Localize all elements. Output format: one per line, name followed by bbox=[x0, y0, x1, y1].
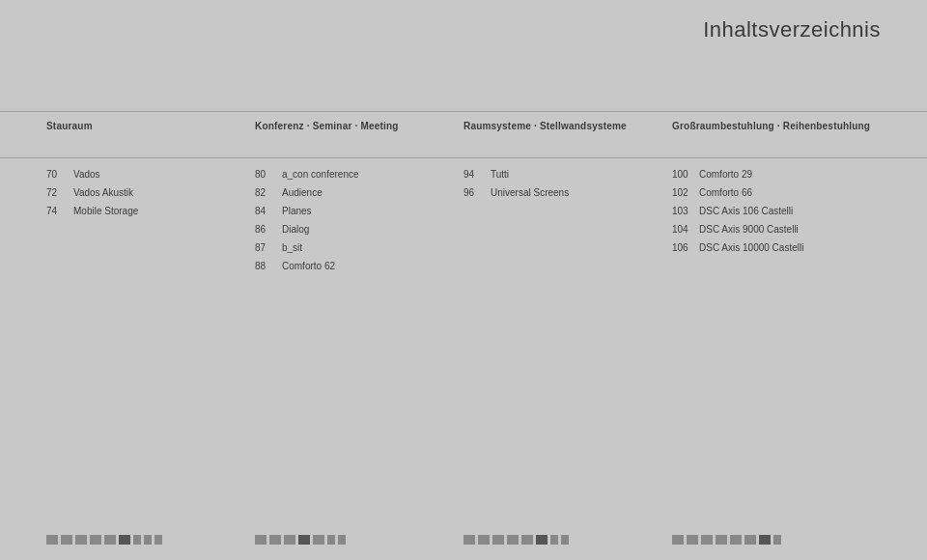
list-item: 96 Universal Screens bbox=[464, 187, 672, 198]
list-item: 86 Dialog bbox=[255, 224, 464, 235]
divider-mid bbox=[0, 157, 927, 158]
indicator-group-2 bbox=[255, 535, 464, 545]
page-title: Inhaltsverzeichnis bbox=[703, 17, 881, 42]
entry-label: Mobile Storage bbox=[73, 206, 138, 216]
column-konferenz: 80 a_con conference 82 Audience 84 Plane… bbox=[255, 169, 464, 279]
list-item: 104 DSC Axis 9000 Castelli bbox=[672, 224, 881, 235]
indicator-group-1 bbox=[46, 535, 255, 545]
indicator-box bbox=[561, 535, 569, 545]
column-raumsysteme: 94 Tutti 96 Universal Screens bbox=[464, 169, 672, 279]
indicator-box bbox=[687, 535, 698, 545]
col-header-raumsysteme: Raumsysteme · Stellwandsysteme bbox=[464, 121, 672, 131]
indicator-box bbox=[338, 535, 346, 545]
indicator-box bbox=[90, 535, 101, 545]
columns-header: Stauraum Konferenz · Seminar · Meeting R… bbox=[0, 121, 927, 131]
page: Inhaltsverzeichnis Stauraum Konferenz · … bbox=[0, 0, 927, 560]
entry-label: DSC Axis 10000 Castelli bbox=[699, 242, 803, 253]
list-item: 87 b_sit bbox=[255, 242, 464, 253]
page-number: 80 bbox=[255, 169, 278, 180]
indicator-box bbox=[507, 535, 519, 545]
col-header-grossraum: Großraumbestuhlung · Reihenbestuhlung bbox=[672, 121, 881, 131]
indicator-box bbox=[154, 535, 162, 545]
indicator-box bbox=[521, 535, 533, 545]
entry-label: Comforto 62 bbox=[282, 261, 335, 271]
page-number: 72 bbox=[46, 187, 70, 198]
entry-label: b_sit bbox=[282, 242, 302, 253]
list-item: 82 Audience bbox=[255, 187, 464, 198]
page-number: 82 bbox=[255, 187, 278, 198]
list-item: 103 DSC Axis 106 Castelli bbox=[672, 206, 881, 216]
indicator-box bbox=[744, 535, 756, 545]
content-area: 70 Vados 72 Vados Akustik 74 Mobile Stor… bbox=[0, 169, 927, 279]
list-item: 84 Planes bbox=[255, 206, 464, 216]
list-item: 102 Comforto 66 bbox=[672, 187, 881, 198]
page-number: 100 bbox=[672, 169, 695, 180]
indicator-box bbox=[716, 535, 727, 545]
indicator-box bbox=[133, 535, 141, 545]
indicator-box bbox=[144, 535, 152, 545]
indicator-group-4 bbox=[672, 535, 881, 545]
indicator-box bbox=[284, 535, 295, 545]
col-header-stauraum: Stauraum bbox=[46, 121, 255, 131]
indicator-box bbox=[492, 535, 504, 545]
entry-label: Audience bbox=[282, 187, 323, 198]
page-number: 96 bbox=[464, 187, 487, 198]
page-number: 84 bbox=[255, 206, 278, 216]
page-number: 70 bbox=[46, 169, 70, 180]
indicator-box bbox=[464, 535, 475, 545]
column-stauraum: 70 Vados 72 Vados Akustik 74 Mobile Stor… bbox=[46, 169, 255, 279]
indicator-box-active bbox=[536, 535, 548, 545]
page-number: 94 bbox=[464, 169, 487, 180]
list-item: 80 a_con conference bbox=[255, 169, 464, 180]
entry-label: Universal Screens bbox=[491, 187, 569, 198]
indicator-box bbox=[478, 535, 490, 545]
indicator-box-active bbox=[298, 535, 310, 545]
indicator-box bbox=[61, 535, 72, 545]
entry-label: a_con conference bbox=[282, 169, 359, 180]
bottom-indicators bbox=[0, 535, 927, 545]
entry-label: Vados Akustik bbox=[73, 187, 133, 198]
entry-label: DSC Axis 9000 Castelli bbox=[699, 224, 799, 235]
indicator-box bbox=[75, 535, 87, 545]
indicator-box bbox=[550, 535, 558, 545]
divider-top bbox=[0, 111, 927, 112]
indicator-box bbox=[773, 535, 781, 545]
page-number: 87 bbox=[255, 242, 278, 253]
page-number: 106 bbox=[672, 242, 695, 253]
entry-label: Dialog bbox=[282, 224, 309, 235]
entry-label: Vados bbox=[73, 169, 100, 180]
page-number: 86 bbox=[255, 224, 278, 235]
list-item: 94 Tutti bbox=[464, 169, 672, 180]
indicator-box bbox=[701, 535, 713, 545]
column-grossraum: 100 Comforto 29 102 Comforto 66 103 DSC … bbox=[672, 169, 881, 279]
entry-label: Comforto 66 bbox=[699, 187, 752, 198]
indicator-box bbox=[327, 535, 335, 545]
list-item: 88 Comforto 62 bbox=[255, 261, 464, 271]
page-number: 102 bbox=[672, 187, 695, 198]
list-item: 74 Mobile Storage bbox=[46, 206, 255, 216]
entry-label: Planes bbox=[282, 206, 312, 216]
page-number: 103 bbox=[672, 206, 695, 216]
indicator-box bbox=[46, 535, 58, 545]
list-item: 70 Vados bbox=[46, 169, 255, 180]
entry-label: Comforto 29 bbox=[699, 169, 752, 180]
entry-label: DSC Axis 106 Castelli bbox=[699, 206, 793, 216]
indicator-box-active bbox=[759, 535, 771, 545]
col-header-konferenz: Konferenz · Seminar · Meeting bbox=[255, 121, 464, 131]
indicator-box bbox=[255, 535, 267, 545]
page-number: 88 bbox=[255, 261, 278, 271]
indicator-box bbox=[672, 535, 684, 545]
entry-label: Tutti bbox=[491, 169, 509, 180]
title-area: Inhaltsverzeichnis bbox=[703, 17, 881, 42]
page-number: 104 bbox=[672, 224, 695, 235]
list-item: 106 DSC Axis 10000 Castelli bbox=[672, 242, 881, 253]
indicator-box-active bbox=[119, 535, 130, 545]
indicator-box bbox=[730, 535, 742, 545]
indicator-box bbox=[104, 535, 116, 545]
indicator-box bbox=[269, 535, 281, 545]
page-number: 74 bbox=[46, 206, 70, 216]
list-item: 72 Vados Akustik bbox=[46, 187, 255, 198]
indicator-group-3 bbox=[464, 535, 672, 545]
list-item: 100 Comforto 29 bbox=[672, 169, 881, 180]
indicator-box bbox=[313, 535, 324, 545]
